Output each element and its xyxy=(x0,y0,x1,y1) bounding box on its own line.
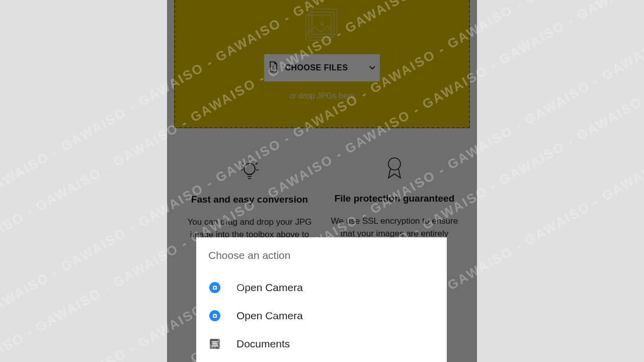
sheet-item-open-camera[interactable]: Open Camera xyxy=(208,274,435,302)
document-icon xyxy=(208,337,221,350)
camera-icon xyxy=(208,309,221,322)
action-sheet: Choose an action Open Camera Open Camera… xyxy=(196,237,447,362)
svg-point-7 xyxy=(214,315,216,317)
sheet-title: Choose an action xyxy=(208,249,435,261)
camera-icon xyxy=(208,281,221,294)
phone-viewport: CHOOSE FILES or drop JPGs here Fast and … xyxy=(167,0,477,362)
sheet-item-label: Documents xyxy=(236,338,290,350)
sheet-item-label: Open Camera xyxy=(236,282,303,294)
sheet-item-documents[interactable]: Documents xyxy=(208,330,435,358)
svg-point-6 xyxy=(214,287,216,289)
sheet-item-open-camera[interactable]: Open Camera xyxy=(208,302,435,330)
sheet-item-label: Open Camera xyxy=(236,310,303,322)
